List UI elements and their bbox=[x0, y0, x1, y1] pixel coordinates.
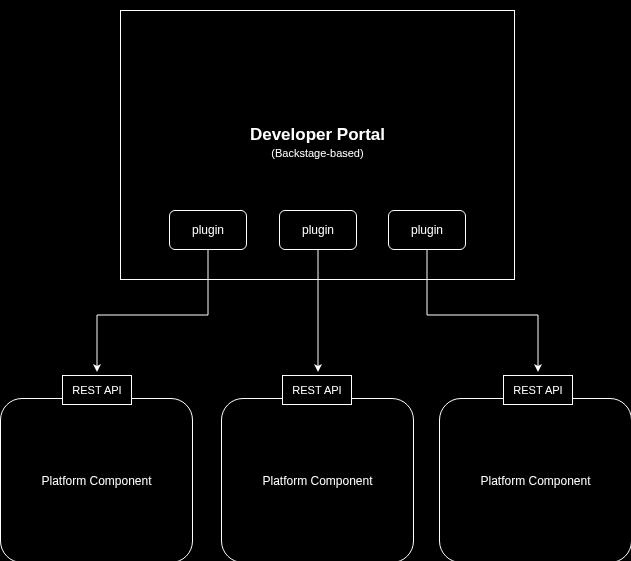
plugin-box-3: plugin bbox=[388, 210, 466, 250]
platform-component-box-2: Platform Component bbox=[221, 398, 414, 561]
portal-subtitle: (Backstage-based) bbox=[120, 147, 515, 159]
plugin-box-1: plugin bbox=[169, 210, 247, 250]
rest-api-box-2: REST API bbox=[282, 375, 352, 405]
platform-component-box-1: Platform Component bbox=[0, 398, 193, 561]
rest-api-box-1: REST API bbox=[62, 375, 132, 405]
plugin-box-2: plugin bbox=[279, 210, 357, 250]
portal-title: Developer Portal bbox=[120, 125, 515, 145]
rest-api-box-3: REST API bbox=[503, 375, 573, 405]
platform-component-box-3: Platform Component bbox=[439, 398, 631, 561]
